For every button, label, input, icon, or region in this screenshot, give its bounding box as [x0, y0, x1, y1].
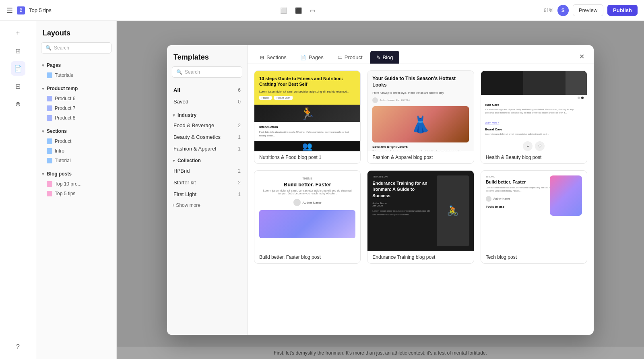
tablet-view-icon[interactable]: ⬛ [293, 6, 304, 15]
filter-hibrid[interactable]: Hi*Brid 2 [169, 165, 246, 177]
tab-pages[interactable]: 📄 Pages [294, 51, 330, 64]
sidebar-item-product-section[interactable]: Product [38, 136, 115, 146]
search-icon: 🔍 [45, 45, 52, 51]
product-temp-caret[interactable]: ▼ [41, 87, 45, 91]
ironman-card-label: Endurance Training blog post [367, 251, 473, 263]
sidebar-title: Layouts [36, 21, 116, 42]
sections-header: ▼ Sections [36, 126, 116, 136]
modal-search-box[interactable]: 🔍 Search [172, 66, 242, 78]
top-bar: ☰ B Top 5 tips ⬜ ⬛ ▭ 61% S Preview Publi… [0, 0, 644, 21]
sidebar-item-top5[interactable]: Top 5 tips [38, 189, 115, 198]
build-preview: THEME Build better. Faster Lorem ipsum d… [254, 171, 360, 251]
add-element-button[interactable]: + [11, 26, 25, 40]
template-card-health[interactable]: Hair Care It's about taking care of your… [481, 70, 587, 164]
health-body2: Lorem ipsum dolor sit amet consectetur a… [485, 132, 583, 136]
gradient-preview: THEME Build better. Faster Lorem ipsum d… [481, 171, 587, 251]
pages-section-header: ▼ Pages [36, 60, 116, 70]
build-title: Build better. Faster [284, 182, 331, 188]
pages-caret[interactable]: ▼ [41, 63, 45, 68]
blog-posts-section: ▼ Blog posts Top 10 pro... Top 5 tips [36, 167, 116, 200]
sidebar-item-tutorial[interactable]: Tutorial [38, 156, 115, 165]
fashion-card-label: Fashion & Apparel blog post [367, 151, 473, 163]
top-bar-right: 61% S Preview Publish [544, 4, 638, 16]
fitness-crowd-image: 👥 [254, 141, 360, 151]
fashion-caption: Bold and Bright Colors [372, 145, 469, 149]
ironman-date: Jan 28 24 [372, 204, 433, 207]
blog-caret[interactable]: ▼ [41, 172, 45, 176]
build-gradient-image [259, 210, 355, 238]
build-author: Author Name [293, 199, 322, 206]
left-sidebar: + ⊞ 📄 ⊟ ⊜ ? [0, 21, 36, 359]
help-icon[interactable]: ? [11, 340, 25, 354]
hamburger-icon[interactable]: ☰ [6, 6, 13, 15]
template-thumb-build: THEME Build better. Faster Lorem ipsum d… [254, 171, 360, 251]
template-card-fashion[interactable]: Your Guide to This Season's Hottest Look… [367, 70, 474, 164]
sidebar-item-product8[interactable]: Product 8 [38, 113, 115, 123]
mobile-view-icon[interactable]: ▭ [308, 6, 318, 15]
tab-sections[interactable]: ⊞ Sections [254, 51, 293, 64]
sections-caret[interactable]: ▼ [41, 129, 45, 134]
health-body1: It's about taking care of your body and … [485, 108, 583, 115]
preview-button[interactable]: Preview [573, 4, 603, 16]
filter-section: All 6 Saved 0 [167, 83, 247, 109]
health-like-button[interactable]: ♡ [535, 141, 545, 151]
template-card-gradient[interactable]: THEME Build better. Faster Lorem ipsum d… [481, 170, 587, 264]
page-type-icon: B [17, 6, 25, 14]
sidebar-item-product7[interactable]: Product 7 [38, 103, 115, 113]
template-card-fitness[interactable]: 10 steps Guide to Fitness and Nutrition:… [254, 70, 361, 164]
layers-icon[interactable]: ⊞ [11, 43, 25, 58]
health-actions: + ♡ [481, 141, 587, 151]
sections-section: ▼ Sections Product Intro Tutorial [36, 124, 116, 167]
pages-icon[interactable]: 📄 [11, 61, 25, 76]
tab-blog[interactable]: ✎ Blog [370, 51, 399, 64]
filter-saved[interactable]: Saved 0 [169, 96, 246, 107]
filter-starter-kit[interactable]: Starter kit 2 [169, 177, 246, 188]
grid-icon[interactable]: ⊟ [11, 79, 25, 93]
product-temp-header: ▼ Product temp [36, 83, 116, 94]
show-more-button[interactable]: + Show more [167, 200, 247, 210]
carousel-dot-1 [578, 97, 580, 99]
build-card-label: Build better. Faster blog post [254, 251, 360, 263]
filter-all[interactable]: All 6 [169, 84, 246, 96]
health-img1 [481, 71, 523, 95]
health-add-button[interactable]: + [523, 141, 533, 151]
modal-close-button[interactable]: ✕ [576, 51, 587, 62]
ironman-cyclist-emoji: 🚴 [447, 205, 459, 217]
ironman-body: Lorem ipsum dolor sit amet consectetur a… [372, 209, 433, 216]
sections-tab-icon: ⊞ [260, 55, 264, 60]
fitness-body: First, let's talk about setting goals. W… [259, 130, 355, 138]
ironman-tag: TRIATHLON [372, 175, 433, 178]
pages-tab-icon: 📄 [300, 55, 306, 60]
health-card-label: Health & Beauty blog post [481, 151, 587, 163]
sidebar-search[interactable]: 🔍 Search [41, 42, 111, 54]
product6-icon [47, 96, 52, 101]
templates-modal: Templates 🔍 Search All 6 Saved 0 [167, 45, 594, 335]
sidebar-item-intro[interactable]: Intro [38, 146, 115, 156]
filter-food-beverage[interactable]: Food & Beverage 2 [169, 120, 246, 131]
health-img3 [566, 71, 587, 95]
fashion-avatar [372, 97, 378, 103]
fitness-tag2: Feb 28 2024 [274, 96, 293, 100]
sidebar-item-product6[interactable]: Product 6 [38, 94, 115, 103]
template-card-ironman[interactable]: TRIATHLON Endurance Training for an Iron… [367, 170, 474, 264]
filter-fashion[interactable]: Fashion & Apparel 1 [169, 143, 246, 155]
tab-product[interactable]: 🏷 Product [331, 51, 369, 64]
health-content: Hair Care It's about taking care of your… [481, 101, 587, 138]
health-section2: Beard Care [485, 128, 583, 131]
product-section-icon [47, 138, 52, 144]
modal-right-panel: ⊞ Sections 📄 Pages 🏷 Product ✎ [248, 45, 594, 335]
close-icon: ✕ [579, 53, 584, 60]
modal-left-panel: Templates 🔍 Search All 6 Saved 0 [167, 45, 248, 335]
zoom-level: 61% [544, 8, 553, 13]
sidebar-item-tutorials[interactable]: Tutorials [38, 70, 115, 80]
sidebar-item-top10[interactable]: Top 10 pro... [38, 179, 115, 189]
template-card-build[interactable]: THEME Build better. Faster Lorem ipsum d… [254, 170, 361, 264]
health-learn-more[interactable]: Learn More > [485, 122, 500, 124]
publish-button[interactable]: Publish [607, 5, 638, 16]
fitness-hero-image: 🏃 [254, 105, 360, 122]
components-icon[interactable]: ⊜ [11, 97, 25, 111]
fitness-top: 10 steps Guide to Fitness and Nutrition:… [254, 71, 360, 105]
filter-first-light[interactable]: First Light 1 [169, 188, 246, 200]
desktop-view-icon[interactable]: ⬜ [278, 6, 289, 15]
filter-beauty[interactable]: Beauty & Cosmetics 1 [169, 131, 246, 143]
